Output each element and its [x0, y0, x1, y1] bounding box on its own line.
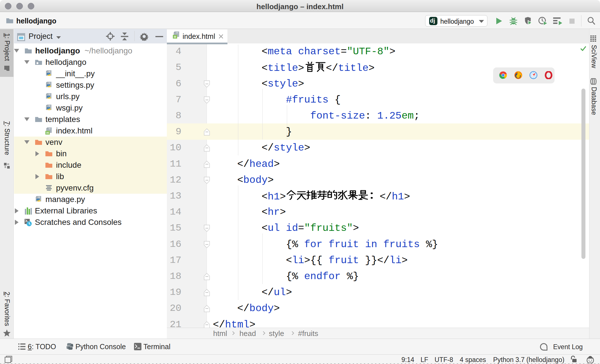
svg-text:H: H: [47, 131, 49, 135]
svg-text:H: H: [174, 35, 176, 39]
